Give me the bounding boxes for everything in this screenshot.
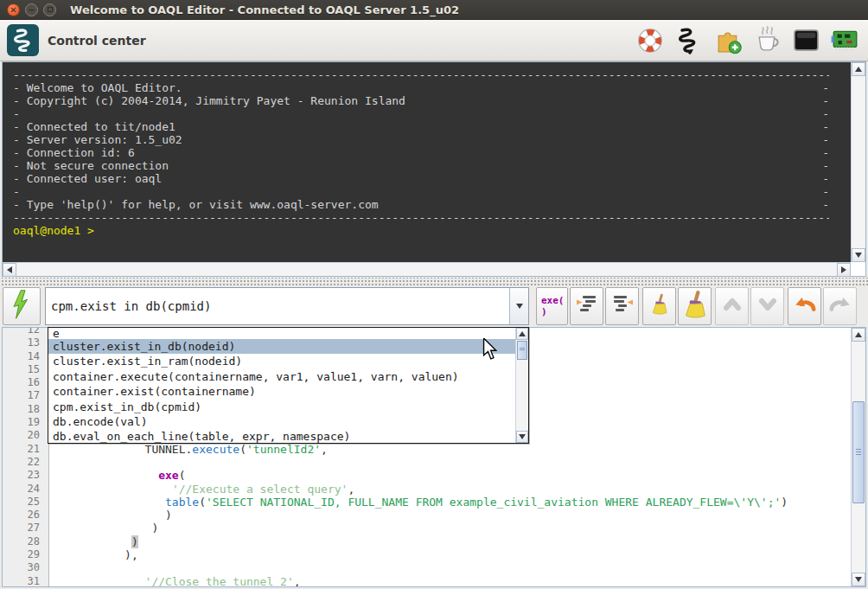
move-up-button[interactable]	[715, 287, 749, 325]
broom-large-icon	[681, 291, 709, 322]
terminal-line: --	[13, 107, 829, 120]
line-number: 19	[3, 416, 48, 429]
move-down-button[interactable]	[750, 287, 784, 325]
line-number: 16	[3, 376, 48, 389]
line-number: 26	[3, 509, 48, 522]
autocomplete-item[interactable]: cpm.exist_in_db(cpmid)	[48, 400, 515, 414]
scroll-down-button[interactable]	[852, 248, 865, 262]
window-title: Welcome to OAQL Editor - Connected to OA…	[70, 3, 459, 16]
terminal-separator: ----------------------------------------…	[13, 211, 829, 224]
line-number: 12	[3, 328, 48, 336]
lightning-bolt-icon	[10, 287, 33, 325]
line-number: 31	[3, 575, 48, 586]
autocomplete-partial-item[interactable]: e	[48, 328, 515, 339]
line-number: 21	[3, 443, 48, 456]
terminal-pane: ----------------------------------------…	[2, 61, 866, 277]
terminal-output[interactable]: ----------------------------------------…	[3, 62, 851, 262]
format-indent-left-button[interactable]	[570, 287, 603, 325]
help-lifebuoy-icon[interactable]	[635, 25, 666, 56]
scroll-right-button[interactable]	[837, 263, 851, 277]
clean-small-button[interactable]	[642, 287, 676, 325]
autocomplete-item[interactable]: cluster.exist_in_ram(nodeid)	[48, 354, 515, 368]
scroll-down-button[interactable]	[516, 431, 528, 443]
maximize-button[interactable]	[43, 3, 56, 16]
terminal-icon[interactable]	[790, 25, 821, 56]
undo-icon	[792, 292, 818, 320]
autocomplete-item[interactable]: container.exist(containername)	[48, 384, 515, 399]
command-input[interactable]	[46, 288, 509, 324]
code-line: table('SELECT NATIONAL_ID, FULL_NAME FRO…	[50, 496, 851, 509]
gutter-numbers: 1213141516171819202122232425262728293031	[3, 328, 48, 586]
line-number-gutter: 1213141516171819202122232425262728293031	[3, 328, 49, 586]
redo-button[interactable]	[823, 287, 857, 325]
indent-left-icon	[575, 293, 599, 319]
terminal-separator: ----------------------------------------…	[13, 68, 829, 81]
line-number: 15	[3, 363, 48, 376]
code-line	[50, 561, 851, 574]
undo-button[interactable]	[788, 287, 821, 325]
line-number: 14	[3, 350, 48, 363]
code-line: exe(	[50, 469, 851, 482]
editor-vertical-scrollbar[interactable]	[851, 328, 865, 586]
terminal-prompt: oaql@node1 >	[13, 224, 851, 237]
code-line: )	[50, 535, 851, 548]
line-number: 30	[3, 561, 48, 574]
scroll-up-button[interactable]	[852, 328, 865, 342]
scroll-up-button[interactable]	[516, 328, 528, 340]
java-coffee-icon[interactable]	[751, 25, 782, 56]
code-line: ),	[50, 548, 851, 561]
scrollbar-thumb[interactable]	[517, 341, 527, 360]
line-number: 27	[3, 522, 48, 535]
terminal-line: - Not secure connection-	[13, 159, 829, 172]
line-number: 25	[3, 496, 48, 509]
scroll-up-button[interactable]	[852, 62, 865, 76]
terminal-line: - Connection id: 6-	[13, 146, 829, 159]
autocomplete-item[interactable]: db.encode(val)	[48, 414, 515, 429]
line-number: 13	[3, 336, 48, 349]
clean-all-button[interactable]	[678, 287, 712, 325]
chevron-down-large-icon	[756, 293, 780, 319]
scroll-down-button[interactable]	[852, 573, 865, 586]
line-number: 23	[3, 469, 48, 482]
add-plugin-icon[interactable]	[712, 25, 744, 56]
exe-wrap-button[interactable]: exe( )	[536, 287, 568, 325]
line-number: 20	[3, 429, 48, 442]
terminal-line: - Type 'help()' for help, or visit www.o…	[13, 198, 829, 211]
terminal-lines: ----------------------------------------…	[13, 68, 851, 224]
autocomplete-item[interactable]: cluster.exist_in_db(nodeid)	[48, 339, 515, 354]
dropdown-scrollbar[interactable]	[515, 328, 528, 443]
format-indent-right-button[interactable]	[605, 287, 639, 325]
network-card-icon[interactable]	[829, 25, 860, 56]
command-bar: exe( )	[0, 285, 868, 327]
terminal-vertical-scrollbar[interactable]	[851, 62, 865, 262]
titlebar: ✕ − Welcome to OAQL Editor - Connected t…	[0, 0, 868, 20]
combo-dropdown-button[interactable]	[509, 288, 528, 324]
split-divider[interactable]	[0, 278, 868, 285]
code-line: '//Execute a select query',	[50, 483, 851, 496]
scroll-left-button[interactable]	[3, 263, 16, 277]
line-number: 29	[3, 548, 48, 561]
minimize-button[interactable]: −	[25, 3, 38, 16]
close-button[interactable]: ✕	[7, 3, 20, 16]
snake-logo-icon	[7, 24, 39, 56]
terminal-line: - Server version: 1.5_u02-	[13, 133, 829, 146]
autocomplete-item[interactable]: db.eval_on_each_line(table, expr, namesp…	[48, 429, 515, 443]
code-line: )	[50, 509, 851, 522]
indent-right-icon	[610, 293, 635, 319]
line-number: 24	[3, 483, 48, 496]
exe-label-top: exe(	[541, 295, 565, 306]
window-controls: ✕ −	[7, 3, 56, 16]
chevron-down-icon	[516, 304, 523, 309]
terminal-horizontal-scrollbar[interactable]	[3, 262, 851, 276]
scrollbar-thumb[interactable]	[852, 401, 865, 503]
terminal-line: - Connected to tit/node1-	[13, 120, 829, 133]
execute-command-button[interactable]	[3, 287, 41, 325]
app-title: Control center	[48, 34, 146, 48]
command-combobox	[45, 287, 529, 325]
line-number: 28	[3, 535, 48, 548]
autocomplete-item[interactable]: container.execute(containername, var1, v…	[48, 369, 515, 384]
snake-icon[interactable]	[673, 25, 705, 56]
code-line	[50, 456, 851, 469]
code-line: '//Close the tunnel 2',	[50, 575, 851, 586]
mouse-cursor	[481, 338, 500, 364]
